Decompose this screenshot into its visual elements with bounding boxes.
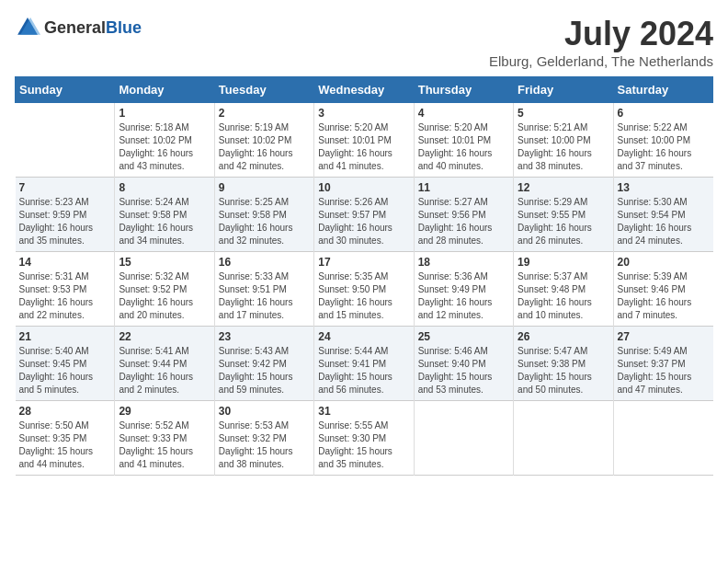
header-day-friday: Friday <box>514 77 613 103</box>
day-number: 26 <box>518 330 609 343</box>
day-info: Sunrise: 5:23 AM Sunset: 9:59 PM Dayligh… <box>19 196 111 247</box>
day-info: Sunrise: 5:37 AM Sunset: 9:48 PM Dayligh… <box>518 270 609 322</box>
calendar-cell: 4Sunrise: 5:20 AM Sunset: 10:01 PM Dayli… <box>414 103 513 178</box>
day-info: Sunrise: 5:22 AM Sunset: 10:00 PM Daylig… <box>618 121 710 173</box>
day-number: 1 <box>119 107 210 120</box>
day-info: Sunrise: 5:41 AM Sunset: 9:44 PM Dayligh… <box>119 345 210 396</box>
day-number: 11 <box>418 181 509 194</box>
day-info: Sunrise: 5:46 AM Sunset: 9:40 PM Dayligh… <box>418 345 509 396</box>
calendar-cell <box>414 401 513 476</box>
day-info: Sunrise: 5:31 AM Sunset: 9:53 PM Dayligh… <box>19 270 111 322</box>
day-number: 28 <box>19 405 111 418</box>
calendar-cell <box>613 401 712 476</box>
day-number: 20 <box>618 256 710 269</box>
day-number: 6 <box>618 107 710 120</box>
day-info: Sunrise: 5:40 AM Sunset: 9:45 PM Dayligh… <box>19 345 111 396</box>
header-day-thursday: Thursday <box>414 77 513 103</box>
calendar-cell: 13Sunrise: 5:30 AM Sunset: 9:54 PM Dayli… <box>613 178 712 252</box>
day-info: Sunrise: 5:19 AM Sunset: 10:02 PM Daylig… <box>219 121 310 173</box>
calendar-cell: 19Sunrise: 5:37 AM Sunset: 9:48 PM Dayli… <box>514 252 613 327</box>
calendar-cell: 6Sunrise: 5:22 AM Sunset: 10:00 PM Dayli… <box>613 103 712 178</box>
day-number: 10 <box>318 181 409 194</box>
calendar-cell: 21Sunrise: 5:40 AM Sunset: 9:45 PM Dayli… <box>16 327 115 401</box>
day-info: Sunrise: 5:32 AM Sunset: 9:52 PM Dayligh… <box>119 270 210 322</box>
calendar-cell: 5Sunrise: 5:21 AM Sunset: 10:00 PM Dayli… <box>514 103 613 178</box>
header-day-saturday: Saturday <box>613 77 712 103</box>
day-info: Sunrise: 5:33 AM Sunset: 9:51 PM Dayligh… <box>219 270 310 322</box>
day-number: 17 <box>318 256 409 269</box>
calendar-cell: 23Sunrise: 5:43 AM Sunset: 9:42 PM Dayli… <box>214 327 313 401</box>
day-info: Sunrise: 5:36 AM Sunset: 9:49 PM Dayligh… <box>418 270 509 322</box>
day-number: 4 <box>418 107 509 120</box>
calendar-cell: 28Sunrise: 5:50 AM Sunset: 9:35 PM Dayli… <box>16 401 115 476</box>
day-info: Sunrise: 5:47 AM Sunset: 9:38 PM Dayligh… <box>518 345 609 396</box>
day-number: 31 <box>318 405 409 418</box>
logo-blue: Blue <box>106 18 142 37</box>
logo-text: GeneralBlue <box>44 18 142 38</box>
day-info: Sunrise: 5:21 AM Sunset: 10:00 PM Daylig… <box>518 121 609 173</box>
calendar-cell <box>16 103 115 178</box>
day-info: Sunrise: 5:52 AM Sunset: 9:33 PM Dayligh… <box>119 419 210 471</box>
day-number: 13 <box>618 181 710 194</box>
day-number: 21 <box>19 330 111 343</box>
day-number: 18 <box>418 256 509 269</box>
calendar-cell: 12Sunrise: 5:29 AM Sunset: 9:55 PM Dayli… <box>514 178 613 252</box>
day-info: Sunrise: 5:25 AM Sunset: 9:58 PM Dayligh… <box>219 196 310 247</box>
calendar-cell: 7Sunrise: 5:23 AM Sunset: 9:59 PM Daylig… <box>16 178 115 252</box>
day-info: Sunrise: 5:26 AM Sunset: 9:57 PM Dayligh… <box>318 196 409 247</box>
day-info: Sunrise: 5:27 AM Sunset: 9:56 PM Dayligh… <box>418 196 509 247</box>
calendar-cell: 27Sunrise: 5:49 AM Sunset: 9:37 PM Dayli… <box>613 327 712 401</box>
day-info: Sunrise: 5:35 AM Sunset: 9:50 PM Dayligh… <box>318 270 409 322</box>
day-number: 5 <box>518 107 609 120</box>
logo-general: General <box>44 18 106 37</box>
logo-icon <box>15 15 40 40</box>
header: GeneralBlue July 2024 Elburg, Gelderland… <box>15 15 713 69</box>
header-row: SundayMondayTuesdayWednesdayThursdayFrid… <box>16 77 713 103</box>
day-number: 29 <box>119 405 210 418</box>
calendar-table: SundayMondayTuesdayWednesdayThursdayFrid… <box>15 76 713 476</box>
day-number: 3 <box>318 107 409 120</box>
title-area: July 2024 Elburg, Gelderland, The Nether… <box>489 15 713 69</box>
day-info: Sunrise: 5:20 AM Sunset: 10:01 PM Daylig… <box>318 121 409 173</box>
calendar-cell: 24Sunrise: 5:44 AM Sunset: 9:41 PM Dayli… <box>314 327 414 401</box>
day-number: 9 <box>219 181 310 194</box>
day-number: 15 <box>119 256 210 269</box>
week-row-1: 1Sunrise: 5:18 AM Sunset: 10:02 PM Dayli… <box>16 103 713 178</box>
header-day-tuesday: Tuesday <box>214 77 313 103</box>
calendar-cell: 10Sunrise: 5:26 AM Sunset: 9:57 PM Dayli… <box>314 178 414 252</box>
calendar-cell: 29Sunrise: 5:52 AM Sunset: 9:33 PM Dayli… <box>115 401 214 476</box>
day-number: 2 <box>219 107 310 120</box>
logo: GeneralBlue <box>15 15 142 40</box>
calendar-cell: 31Sunrise: 5:55 AM Sunset: 9:30 PM Dayli… <box>314 401 414 476</box>
calendar-cell: 8Sunrise: 5:24 AM Sunset: 9:58 PM Daylig… <box>115 178 214 252</box>
day-info: Sunrise: 5:24 AM Sunset: 9:58 PM Dayligh… <box>119 196 210 247</box>
day-number: 22 <box>119 330 210 343</box>
calendar-cell: 18Sunrise: 5:36 AM Sunset: 9:49 PM Dayli… <box>414 252 513 327</box>
header-day-monday: Monday <box>115 77 214 103</box>
day-number: 24 <box>318 330 409 343</box>
day-info: Sunrise: 5:29 AM Sunset: 9:55 PM Dayligh… <box>518 196 609 247</box>
day-info: Sunrise: 5:39 AM Sunset: 9:46 PM Dayligh… <box>618 270 710 322</box>
calendar-cell: 25Sunrise: 5:46 AM Sunset: 9:40 PM Dayli… <box>414 327 513 401</box>
day-info: Sunrise: 5:18 AM Sunset: 10:02 PM Daylig… <box>119 121 210 173</box>
calendar-cell: 22Sunrise: 5:41 AM Sunset: 9:44 PM Dayli… <box>115 327 214 401</box>
day-number: 8 <box>119 181 210 194</box>
day-info: Sunrise: 5:53 AM Sunset: 9:32 PM Dayligh… <box>219 419 310 471</box>
day-number: 25 <box>418 330 509 343</box>
day-info: Sunrise: 5:43 AM Sunset: 9:42 PM Dayligh… <box>219 345 310 396</box>
day-number: 23 <box>219 330 310 343</box>
week-row-4: 21Sunrise: 5:40 AM Sunset: 9:45 PM Dayli… <box>16 327 713 401</box>
day-info: Sunrise: 5:44 AM Sunset: 9:41 PM Dayligh… <box>318 345 409 396</box>
day-info: Sunrise: 5:20 AM Sunset: 10:01 PM Daylig… <box>418 121 509 173</box>
calendar-cell: 17Sunrise: 5:35 AM Sunset: 9:50 PM Dayli… <box>314 252 414 327</box>
day-info: Sunrise: 5:50 AM Sunset: 9:35 PM Dayligh… <box>19 419 111 471</box>
calendar-cell: 14Sunrise: 5:31 AM Sunset: 9:53 PM Dayli… <box>16 252 115 327</box>
calendar-cell: 30Sunrise: 5:53 AM Sunset: 9:32 PM Dayli… <box>214 401 313 476</box>
location-title: Elburg, Gelderland, The Netherlands <box>489 53 713 69</box>
calendar-cell: 16Sunrise: 5:33 AM Sunset: 9:51 PM Dayli… <box>214 252 313 327</box>
day-info: Sunrise: 5:30 AM Sunset: 9:54 PM Dayligh… <box>618 196 710 247</box>
calendar-cell: 26Sunrise: 5:47 AM Sunset: 9:38 PM Dayli… <box>514 327 613 401</box>
day-number: 12 <box>518 181 609 194</box>
month-title: July 2024 <box>489 15 713 53</box>
day-number: 30 <box>219 405 310 418</box>
